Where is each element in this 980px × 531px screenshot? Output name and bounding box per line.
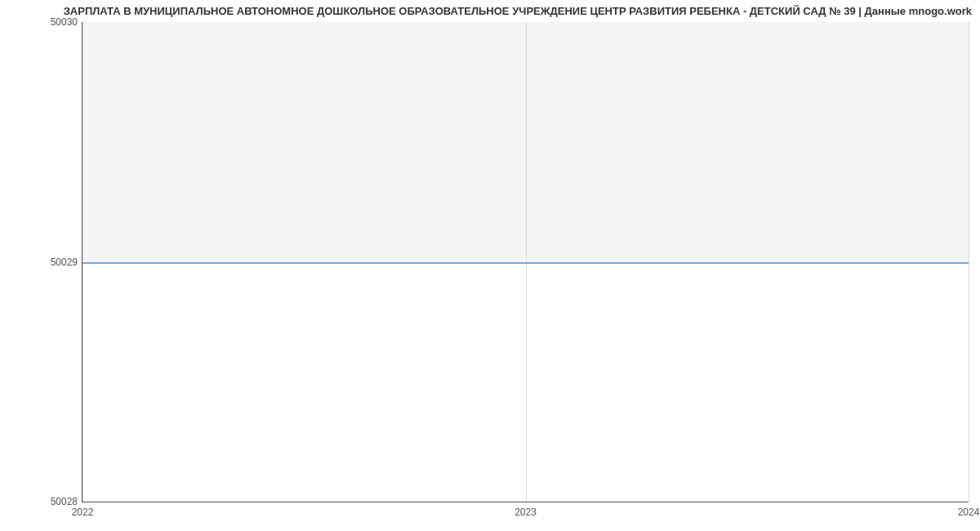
x-tick-label: 2023 [514, 502, 537, 518]
series-line [82, 262, 969, 264]
gridline-v [969, 22, 969, 502]
y-tick-text: 50030 [51, 16, 78, 28]
y-tick-label: 50029 [51, 257, 82, 268]
x-tick-text: 2024 [958, 506, 980, 518]
chart-title: ЗАРПЛАТА В МУНИЦИПАЛЬНОЕ АВТОНОМНОЕ ДОШК… [64, 5, 972, 17]
chart-plot: 50030 50029 50028 2022 2023 2024 [82, 22, 969, 502]
x-tick-label: 2024 [958, 502, 980, 518]
x-tick-label: 2022 [72, 502, 94, 518]
y-tick-text: 50029 [51, 257, 78, 268]
y-tick-label: 50030 [51, 16, 82, 28]
x-tick-text: 2022 [72, 506, 94, 518]
x-tick-text: 2023 [514, 506, 537, 518]
plot-area: 50030 50029 50028 2022 2023 2024 [82, 22, 969, 502]
